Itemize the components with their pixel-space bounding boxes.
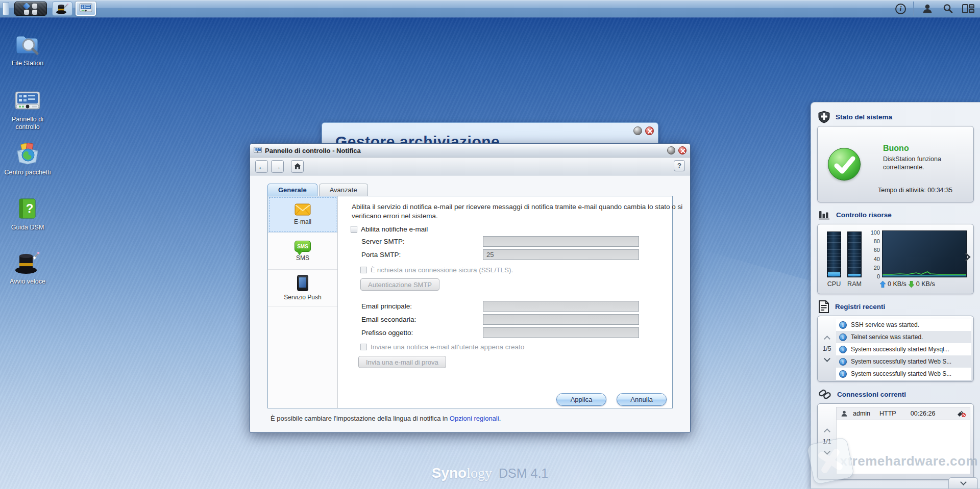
ram-meter-fill	[848, 274, 861, 276]
control-panel-window-icon	[254, 147, 262, 155]
pager-up-icon[interactable]	[824, 336, 830, 342]
user-menu-button[interactable]	[919, 2, 936, 16]
desktop-icon-control-panel[interactable]: Pannello di controllo	[2, 88, 53, 131]
back-button[interactable]	[255, 160, 268, 173]
primary-email-input[interactable]	[483, 301, 639, 312]
recent-logs-header: Registri recenti	[811, 298, 980, 315]
widget-title: Connessioni correnti	[837, 391, 906, 398]
panel-collapse-tab[interactable]	[948, 477, 978, 488]
connections-list: admin HTTP 00:26:26	[836, 407, 970, 474]
help-button[interactable]: ?	[674, 160, 685, 171]
pager-value: 1/1	[823, 438, 831, 445]
log-row[interactable]: SSH service was started.	[836, 319, 971, 331]
notification-sidebar: E-mail SMS SMS Servizio Push	[268, 196, 338, 408]
footer-text: È possibile cambiare l'impostazione dell…	[271, 415, 450, 422]
info-icon[interactable]	[895, 4, 906, 14]
pager-value: 1/5	[823, 345, 831, 352]
widget-title: Controllo risorse	[836, 211, 892, 219]
primary-email-label: Email principale:	[361, 302, 483, 310]
desktop-icon-quick-start[interactable]: Avvio veloce	[2, 250, 53, 286]
taskbar-control-panel-button[interactable]	[76, 2, 96, 16]
desktop-icon-label: Centro pacchetti	[2, 169, 53, 176]
subject-prefix-input[interactable]	[483, 327, 639, 338]
notify-new-user-checkbox[interactable]	[360, 344, 367, 350]
info-icon	[839, 370, 847, 378]
kill-connection-icon[interactable]	[957, 410, 966, 417]
sidebar-item-email[interactable]: E-mail	[268, 196, 337, 233]
sidebar-item-sms[interactable]: SMS SMS	[268, 233, 337, 270]
log-row[interactable]: System successfully started Web S...	[836, 355, 971, 368]
close-icon	[680, 148, 685, 153]
send-test-email-button[interactable]: Invia una e-mail di prova	[358, 356, 446, 368]
network-axis: 100 80 60 40 20 0	[867, 228, 880, 281]
widget-panel: Stato del sistema Buono DiskStation funz…	[811, 102, 980, 489]
desktop-icon-label: File Station	[2, 60, 53, 67]
dsm-version: DSM 4.1	[499, 466, 548, 481]
close-icon	[647, 128, 653, 134]
secure-connection-label: È richiesta una connessione sicura (SSL/…	[371, 266, 513, 274]
file-station-icon	[14, 33, 41, 57]
tab-generale[interactable]: Generale	[267, 184, 317, 196]
connection-time: 00:26:26	[911, 410, 936, 417]
dialog-titlebar[interactable]: Pannello di controllo - Notifica	[250, 144, 690, 158]
log-list: SSH service was started. Telnet service …	[836, 319, 971, 380]
user-icon	[841, 410, 848, 417]
enable-email-checkbox[interactable]	[351, 226, 357, 233]
pager-down-icon[interactable]	[824, 448, 830, 455]
download-arrow-icon	[909, 281, 914, 288]
log-row[interactable]: System successfully started Mysql...	[836, 343, 971, 355]
info-icon	[839, 321, 847, 329]
smtp-auth-button[interactable]: Autenticazione SMTP	[360, 278, 439, 291]
network-legend: 0 KB/s 0 KB/s	[880, 280, 935, 288]
cpu-meter	[827, 231, 841, 277]
log-row[interactable]: Telnet service was started.	[836, 331, 971, 343]
minimize-button[interactable]	[633, 126, 642, 135]
info-icon	[839, 333, 847, 341]
cpu-meter-fill	[828, 272, 840, 276]
smtp-port-input[interactable]	[483, 249, 639, 260]
download-speed: 0 KB/s	[916, 280, 935, 288]
desktop-icon-package-center[interactable]: Centro pacchetti	[2, 141, 53, 176]
sidebar-item-label: SMS	[296, 254, 309, 262]
tab-panel-generale: E-mail SMS SMS Servizio Push Abilita il …	[267, 196, 673, 408]
taskbar-quick-start-button[interactable]	[52, 2, 72, 16]
desktop-icon-dsm-help[interactable]: ? Guida DSM	[2, 196, 53, 231]
cancel-button[interactable]: Annulla	[617, 393, 667, 406]
minimize-button[interactable]	[667, 146, 675, 155]
package-center-icon	[14, 142, 41, 166]
smtp-server-label: Server SMTP:	[361, 238, 483, 245]
connection-protocol: HTTP	[879, 410, 896, 417]
connections-header: Connessioni correnti	[811, 386, 980, 402]
forward-button[interactable]	[271, 160, 284, 173]
smtp-server-input[interactable]	[483, 236, 639, 247]
resource-monitor-card: CPU RAM 100 80 60 40 20 0 0 KB/s 0 KB/s	[817, 224, 974, 294]
secondary-email-input[interactable]	[483, 314, 639, 325]
close-button[interactable]	[678, 146, 687, 155]
email-notification-description: Abilita il servizio di notifica e-mail p…	[352, 202, 690, 221]
regional-options-link[interactable]: Opzioni regionali	[450, 415, 499, 422]
pilot-view-button[interactable]	[960, 2, 977, 16]
info-icon	[839, 346, 847, 353]
info-icon	[839, 358, 847, 366]
home-button[interactable]	[291, 160, 304, 173]
tab-avanzate[interactable]: Avanzate	[319, 184, 368, 196]
main-menu-button[interactable]	[14, 2, 47, 16]
chevron-down-icon	[960, 479, 967, 485]
search-button[interactable]	[939, 2, 957, 16]
log-row[interactable]: System successfully started Web S...	[836, 368, 971, 380]
logo-syno: Syno	[432, 465, 467, 481]
close-button[interactable]	[645, 126, 654, 135]
window-control-panel-notification: Pannello di controllo - Notifica ? Gener…	[250, 143, 691, 433]
show-desktop-button[interactable]	[3, 2, 9, 15]
connection-row[interactable]: admin HTTP 00:26:26	[837, 407, 970, 420]
pager-down-icon[interactable]	[824, 355, 830, 362]
apply-button[interactable]: Applica	[556, 393, 606, 406]
sidebar-item-push-service[interactable]: Servizio Push	[268, 270, 337, 306]
footer-suffix: .	[499, 415, 501, 422]
system-status-card: Buono DiskStation funziona correttamente…	[817, 126, 974, 202]
upload-speed: 0 KB/s	[888, 280, 906, 288]
desktop-icon-file-station[interactable]: File Station	[2, 32, 53, 67]
secure-connection-checkbox[interactable]	[360, 267, 367, 273]
pager-up-icon[interactable]	[824, 428, 830, 435]
shield-icon	[818, 111, 830, 123]
